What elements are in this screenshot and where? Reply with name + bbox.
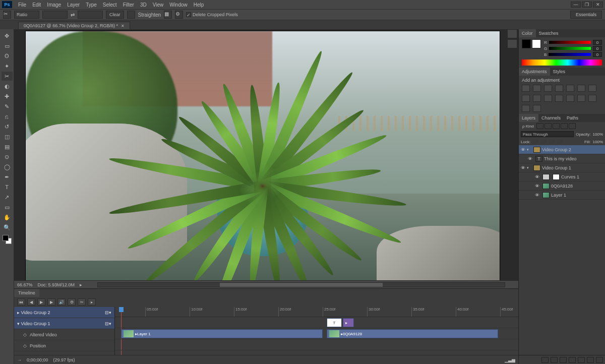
menu-3d[interactable]: 3D xyxy=(137,2,150,8)
color-tab[interactable]: Color xyxy=(519,29,536,37)
lock-transparency-icon[interactable] xyxy=(532,139,538,144)
filter-adjustment-icon[interactable] xyxy=(544,123,552,129)
opacity-value[interactable]: 100% xyxy=(593,132,603,137)
timeline-ruler[interactable]: 05:00f10:00f15:00f20:00f25:00f30:00f35:0… xyxy=(115,307,518,317)
render-icon[interactable]: → xyxy=(17,357,22,362)
move-tool[interactable]: ✥ xyxy=(2,31,13,40)
layer-filter-kind[interactable]: ρ Kind xyxy=(521,123,535,129)
menu-window[interactable]: Window xyxy=(166,2,191,8)
brush-tool[interactable]: ✎ xyxy=(2,102,13,111)
zoom-tool[interactable]: 🔍 xyxy=(2,223,13,232)
layer-fx-icon[interactable] xyxy=(551,357,558,363)
visibility-icon[interactable]: 👁 xyxy=(519,147,527,152)
clip-transition[interactable]: ▸ xyxy=(343,318,354,327)
layer-row[interactable]: 👁TThis is my video xyxy=(519,154,605,163)
clip-text[interactable]: T xyxy=(327,318,342,327)
expand-icon[interactable]: ▾ xyxy=(527,166,532,170)
menu-type[interactable]: Type xyxy=(83,2,100,8)
menu-select[interactable]: Select xyxy=(100,2,120,8)
layer-name[interactable]: 0Q0A9128 xyxy=(551,184,605,189)
marquee-tool[interactable]: ▭ xyxy=(2,41,13,50)
layer-name[interactable]: Layer 1 xyxy=(551,193,605,198)
exposure-icon[interactable] xyxy=(555,85,563,92)
menu-image[interactable]: Image xyxy=(44,2,64,8)
invert-icon[interactable] xyxy=(566,95,574,102)
gradient-map-icon[interactable] xyxy=(522,105,530,112)
track-row-keyframes-2[interactable] xyxy=(115,350,518,355)
track-menu-icon[interactable]: ⊟▾ xyxy=(105,321,111,326)
lock-position-icon[interactable] xyxy=(549,139,555,144)
layer-name[interactable]: Video Group 1 xyxy=(542,165,605,170)
type-tool[interactable]: T xyxy=(2,183,13,192)
workspace-switcher[interactable]: Essentials xyxy=(570,11,602,19)
goto-start-button[interactable]: ⏮ xyxy=(17,298,25,306)
track-sub-opacity[interactable]: ◇Opacity xyxy=(14,351,114,355)
adjustments-tab[interactable]: Adjustments xyxy=(519,68,550,76)
layer-row[interactable]: 👁0Q0A9128 xyxy=(519,181,605,191)
crop-tool[interactable]: ✂ xyxy=(2,72,13,81)
color-balance-icon[interactable] xyxy=(588,85,596,92)
levels-icon[interactable] xyxy=(533,85,541,92)
doc-info-arrow-icon[interactable]: ▸ xyxy=(80,282,82,287)
crop-width-input[interactable] xyxy=(42,11,68,19)
layer-mask-icon[interactable] xyxy=(560,357,567,363)
zoom-level[interactable]: 66.67% xyxy=(17,282,33,287)
crop-height-input[interactable] xyxy=(78,11,103,19)
visibility-icon[interactable]: 👁 xyxy=(533,193,541,198)
delete-layer-icon[interactable] xyxy=(596,357,603,363)
layer-row[interactable]: 👁▾Video Group 2 xyxy=(519,145,605,154)
expand-icon[interactable]: ▾ xyxy=(527,148,532,152)
layer-name[interactable]: This is my video xyxy=(544,156,605,161)
blue-slider[interactable]: B0 xyxy=(544,51,602,57)
layer-name[interactable]: Curves 1 xyxy=(561,174,605,179)
styles-tab[interactable]: Styles xyxy=(550,68,569,76)
brightness-contrast-icon[interactable] xyxy=(522,85,530,92)
track-header-group2[interactable]: ▸ Video Group 2 ⊟▾ xyxy=(14,307,114,318)
hue-saturation-icon[interactable] xyxy=(577,85,585,92)
green-slider[interactable]: G0 xyxy=(544,45,602,51)
new-group-icon[interactable] xyxy=(578,357,585,363)
eraser-tool[interactable]: ◫ xyxy=(2,132,13,141)
clip-0q[interactable]: ▸ 0Q0A9128 xyxy=(327,329,498,338)
eyedropper-tool[interactable]: ◐ xyxy=(2,82,13,91)
horizontal-scrollbar[interactable] xyxy=(97,282,505,287)
foreground-color-swatch[interactable] xyxy=(3,235,9,241)
threshold-icon[interactable] xyxy=(588,95,596,102)
channels-tab[interactable]: Channels xyxy=(538,114,564,122)
window-minimize-button[interactable]: — xyxy=(571,2,581,8)
history-brush-tool[interactable]: ↺ xyxy=(2,122,13,131)
spectrum-ramp[interactable] xyxy=(522,59,602,66)
layer-name[interactable]: Video Group 2 xyxy=(542,147,605,152)
link-layers-icon[interactable] xyxy=(541,357,549,363)
photo-filter-icon[interactable] xyxy=(533,95,541,102)
timeline-tab[interactable]: Timeline xyxy=(14,289,39,297)
document-canvas[interactable] xyxy=(26,31,500,280)
fg-swatch[interactable] xyxy=(522,39,531,48)
curves-icon[interactable] xyxy=(544,85,552,92)
heal-tool[interactable]: ✚ xyxy=(2,92,13,101)
window-maximize-button[interactable]: ❐ xyxy=(582,2,592,8)
bg-swatch[interactable] xyxy=(532,39,541,48)
zoom-slider-icon[interactable]: ▁▃▅ xyxy=(505,357,515,362)
delete-cropped-checkbox[interactable]: ✓ Delete Cropped Pixels xyxy=(186,12,238,17)
properties-panel-icon[interactable] xyxy=(507,39,517,48)
menu-view[interactable]: View xyxy=(150,2,167,8)
track-header-group1[interactable]: ▾ Video Group 1 ⊟▾ xyxy=(14,318,114,329)
scrollbar-thumb[interactable] xyxy=(220,283,383,287)
history-panel-icon[interactable] xyxy=(507,29,517,38)
blur-tool[interactable]: ⊙ xyxy=(2,152,13,161)
hand-tool[interactable]: ✋ xyxy=(2,213,13,222)
canvas-area[interactable] xyxy=(14,29,518,280)
fill-value[interactable]: 100% xyxy=(593,140,603,144)
track-menu-icon[interactable]: ⊟▾ xyxy=(105,310,111,315)
layers-tab[interactable]: Layers xyxy=(519,114,538,122)
window-close-button[interactable]: ✕ xyxy=(593,2,603,8)
shape-tool[interactable]: ▭ xyxy=(2,203,13,212)
swap-dimensions-icon[interactable]: ⇄ xyxy=(71,12,75,18)
selective-color-icon[interactable] xyxy=(533,105,541,112)
path-tool[interactable]: ↗ xyxy=(2,193,13,202)
menu-file[interactable]: File xyxy=(15,2,29,8)
vibrance-icon[interactable] xyxy=(566,85,574,92)
close-tab-icon[interactable]: ✕ xyxy=(121,24,125,28)
crop-settings-icon[interactable]: ⚙ xyxy=(175,11,183,19)
